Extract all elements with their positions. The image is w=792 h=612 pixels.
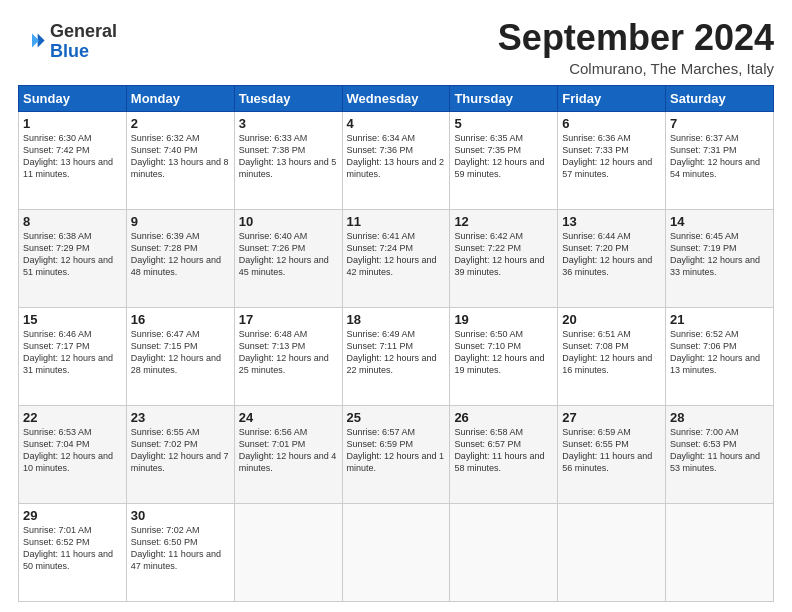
- day-cell-6: 6 Sunrise: 6:36 AMSunset: 7:33 PMDayligh…: [558, 111, 666, 209]
- logo: General Blue: [18, 22, 117, 62]
- day-cell-24: 24 Sunrise: 6:56 AMSunset: 7:01 PMDaylig…: [234, 405, 342, 503]
- day-cell-25: 25 Sunrise: 6:57 AMSunset: 6:59 PMDaylig…: [342, 405, 450, 503]
- day-cell-26: 26 Sunrise: 6:58 AMSunset: 6:57 PMDaylig…: [450, 405, 558, 503]
- empty-cell: [666, 503, 774, 601]
- day-cell-8: 8 Sunrise: 6:38 AMSunset: 7:29 PMDayligh…: [19, 209, 127, 307]
- month-title: September 2024: [498, 18, 774, 58]
- table-row: 29 Sunrise: 7:01 AMSunset: 6:52 PMDaylig…: [19, 503, 774, 601]
- day-cell-18: 18 Sunrise: 6:49 AMSunset: 7:11 PMDaylig…: [342, 307, 450, 405]
- table-row: 1 Sunrise: 6:30 AMSunset: 7:42 PMDayligh…: [19, 111, 774, 209]
- day-cell-20: 20 Sunrise: 6:51 AMSunset: 7:08 PMDaylig…: [558, 307, 666, 405]
- logo-icon: [18, 28, 46, 56]
- day-cell-11: 11 Sunrise: 6:41 AMSunset: 7:24 PMDaylig…: [342, 209, 450, 307]
- day-cell-22: 22 Sunrise: 6:53 AMSunset: 7:04 PMDaylig…: [19, 405, 127, 503]
- logo-text: General Blue: [50, 22, 117, 62]
- day-cell-15: 15 Sunrise: 6:46 AMSunset: 7:17 PMDaylig…: [19, 307, 127, 405]
- header-thursday: Thursday: [450, 85, 558, 111]
- header-friday: Friday: [558, 85, 666, 111]
- day-cell-13: 13 Sunrise: 6:44 AMSunset: 7:20 PMDaylig…: [558, 209, 666, 307]
- day-cell-17: 17 Sunrise: 6:48 AMSunset: 7:13 PMDaylig…: [234, 307, 342, 405]
- location: Colmurano, The Marches, Italy: [498, 60, 774, 77]
- header-tuesday: Tuesday: [234, 85, 342, 111]
- header-wednesday: Wednesday: [342, 85, 450, 111]
- day-cell-1: 1 Sunrise: 6:30 AMSunset: 7:42 PMDayligh…: [19, 111, 127, 209]
- table-row: 8 Sunrise: 6:38 AMSunset: 7:29 PMDayligh…: [19, 209, 774, 307]
- day-cell-4: 4 Sunrise: 6:34 AMSunset: 7:36 PMDayligh…: [342, 111, 450, 209]
- calendar-header-row: Sunday Monday Tuesday Wednesday Thursday…: [19, 85, 774, 111]
- header: General Blue September 2024 Colmurano, T…: [18, 18, 774, 77]
- header-saturday: Saturday: [666, 85, 774, 111]
- day-cell-16: 16 Sunrise: 6:47 AMSunset: 7:15 PMDaylig…: [126, 307, 234, 405]
- title-block: September 2024 Colmurano, The Marches, I…: [498, 18, 774, 77]
- empty-cell: [234, 503, 342, 601]
- day-cell-21: 21 Sunrise: 6:52 AMSunset: 7:06 PMDaylig…: [666, 307, 774, 405]
- day-cell-2: 2 Sunrise: 6:32 AMSunset: 7:40 PMDayligh…: [126, 111, 234, 209]
- table-row: 15 Sunrise: 6:46 AMSunset: 7:17 PMDaylig…: [19, 307, 774, 405]
- day-cell-19: 19 Sunrise: 6:50 AMSunset: 7:10 PMDaylig…: [450, 307, 558, 405]
- day-cell-27: 27 Sunrise: 6:59 AMSunset: 6:55 PMDaylig…: [558, 405, 666, 503]
- day-cell-23: 23 Sunrise: 6:55 AMSunset: 7:02 PMDaylig…: [126, 405, 234, 503]
- day-cell-30: 30 Sunrise: 7:02 AMSunset: 6:50 PMDaylig…: [126, 503, 234, 601]
- day-cell-14: 14 Sunrise: 6:45 AMSunset: 7:19 PMDaylig…: [666, 209, 774, 307]
- day-cell-28: 28 Sunrise: 7:00 AMSunset: 6:53 PMDaylig…: [666, 405, 774, 503]
- calendar-table: Sunday Monday Tuesday Wednesday Thursday…: [18, 85, 774, 602]
- day-cell-29: 29 Sunrise: 7:01 AMSunset: 6:52 PMDaylig…: [19, 503, 127, 601]
- day-cell-9: 9 Sunrise: 6:39 AMSunset: 7:28 PMDayligh…: [126, 209, 234, 307]
- day-cell-12: 12 Sunrise: 6:42 AMSunset: 7:22 PMDaylig…: [450, 209, 558, 307]
- day-cell-3: 3 Sunrise: 6:33 AMSunset: 7:38 PMDayligh…: [234, 111, 342, 209]
- table-row: 22 Sunrise: 6:53 AMSunset: 7:04 PMDaylig…: [19, 405, 774, 503]
- empty-cell: [558, 503, 666, 601]
- empty-cell: [450, 503, 558, 601]
- day-cell-7: 7 Sunrise: 6:37 AMSunset: 7:31 PMDayligh…: [666, 111, 774, 209]
- header-sunday: Sunday: [19, 85, 127, 111]
- day-cell-10: 10 Sunrise: 6:40 AMSunset: 7:26 PMDaylig…: [234, 209, 342, 307]
- header-monday: Monday: [126, 85, 234, 111]
- page: General Blue September 2024 Colmurano, T…: [0, 0, 792, 612]
- logo-blue: Blue: [50, 42, 117, 62]
- empty-cell: [342, 503, 450, 601]
- day-cell-5: 5 Sunrise: 6:35 AMSunset: 7:35 PMDayligh…: [450, 111, 558, 209]
- logo-general: General: [50, 22, 117, 42]
